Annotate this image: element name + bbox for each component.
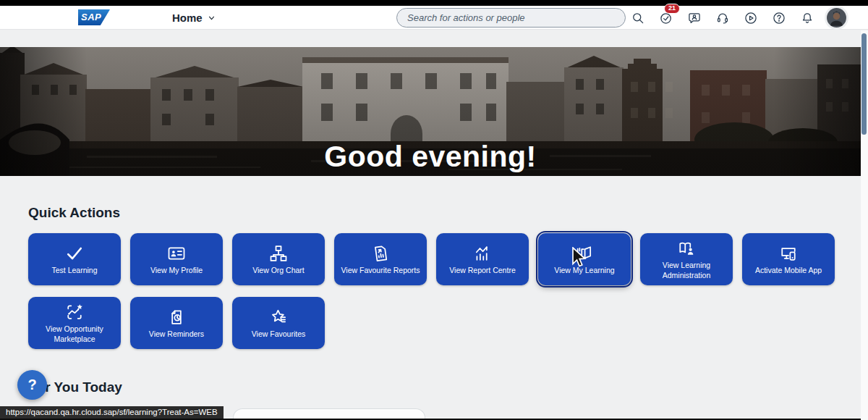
tile-activate-mobile-app[interactable]: Activate Mobile App (742, 233, 835, 285)
quick-actions-title: Quick Actions (28, 205, 120, 221)
tile-label: View My Learning (554, 266, 614, 275)
tile-label: View Org Chart (252, 266, 305, 275)
shell-header: SAP Home 21 (0, 6, 868, 30)
tile-view-opportunity-marketplace[interactable]: View Opportunity Marketplace (28, 297, 121, 349)
learning-book-icon (574, 243, 595, 264)
sap-logo[interactable]: SAP (78, 9, 110, 25)
scrollbar-thumb[interactable] (861, 33, 867, 135)
user-avatar[interactable] (827, 8, 846, 28)
tile-label: View Opportunity Marketplace (31, 324, 118, 343)
tile-view-report-centre[interactable]: View Report Centre (436, 233, 529, 285)
help-icon[interactable] (770, 9, 788, 27)
header-icon-row: 21 (629, 6, 846, 30)
search-input[interactable] (407, 12, 615, 23)
opportunity-icon (64, 302, 85, 322)
tile-label: Activate Mobile App (755, 266, 822, 275)
app-window: SAP Home 21 (0, 0, 868, 420)
help-fab-button[interactable]: ? (17, 370, 47, 400)
hero-banner: Good evening! (0, 47, 861, 176)
tile-view-favourite-reports[interactable]: View Favourite Reports (334, 233, 427, 285)
search-icon[interactable] (629, 9, 647, 27)
tile-label: View Learning Administration (643, 261, 730, 280)
home-nav-label: Home (172, 12, 203, 24)
tile-label: View Favourites (252, 329, 306, 339)
global-search[interactable] (396, 8, 626, 28)
todo-count-badge: 21 (664, 4, 680, 14)
tile-view-learning-administration[interactable]: View Learning Administration (640, 233, 733, 285)
reminders-icon (166, 307, 187, 327)
mobile-app-icon (778, 243, 799, 264)
link-status-bar: https://qacand.qa.hr.cloud.sap/sf/learni… (0, 406, 224, 419)
greeting-text: Good evening! (0, 140, 861, 174)
home-nav-menu[interactable]: Home (172, 6, 216, 30)
todos-icon[interactable]: 21 (658, 9, 675, 27)
favourites-star-icon (268, 307, 289, 327)
notifications-bell-icon[interactable] (799, 9, 816, 27)
check-icon (64, 243, 85, 264)
page-scrollbar[interactable] (861, 30, 868, 420)
tile-view-org-chart[interactable]: View Org Chart (232, 233, 325, 285)
tile-test-learning[interactable]: Test Learning (28, 233, 121, 285)
tile-view-reminders[interactable]: View Reminders (130, 297, 223, 349)
tile-label: View Report Centre (449, 266, 515, 275)
media-play-icon[interactable] (742, 9, 760, 27)
tile-view-my-profile[interactable]: View My Profile (130, 233, 223, 285)
profile-card-icon (166, 243, 187, 264)
tile-label: View My Profile (150, 266, 203, 275)
tile-label: View Favourite Reports (341, 266, 420, 275)
report-centre-icon (472, 243, 493, 264)
org-chart-icon (268, 243, 289, 264)
chevron-down-icon (207, 13, 216, 22)
tile-view-my-learning[interactable]: View My Learning (538, 233, 631, 285)
tile-label: View Reminders (149, 329, 204, 339)
chat-icon[interactable] (686, 9, 703, 27)
tile-label: Test Learning (51, 266, 97, 275)
browser-top-edge (0, 0, 868, 6)
support-headset-icon[interactable] (714, 9, 731, 27)
quick-actions-grid: Test LearningView My ProfileView Org Cha… (28, 233, 849, 349)
learning-admin-icon (676, 238, 697, 259)
favourite-reports-icon (370, 243, 391, 264)
tile-view-favourites[interactable]: View Favourites (232, 297, 325, 349)
